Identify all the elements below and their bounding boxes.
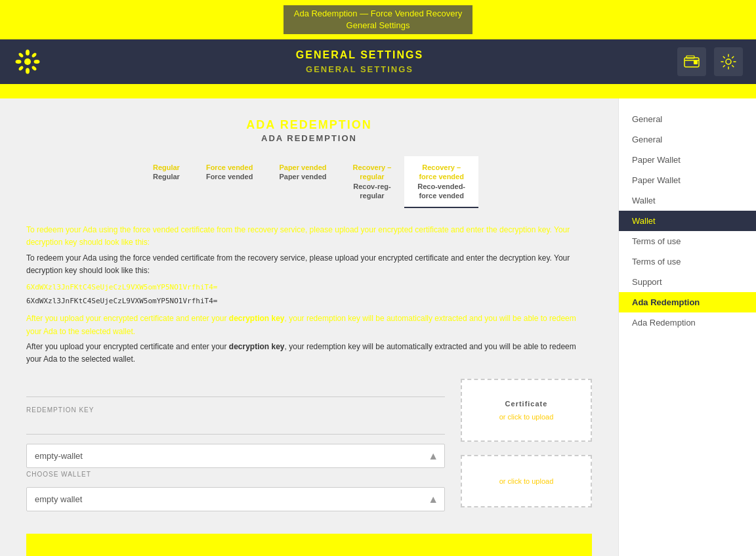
content-area: ADA REDEMPTION ADA REDEMPTION Regular Re… [0, 98, 618, 556]
svg-point-2 [16, 60, 22, 64]
key-example-dark: 6XdWXzl3JnFKtC4SeUjeCzL9VXW5omYP5NO1Vrfh… [26, 297, 217, 305]
wallet-icon-button[interactable] [677, 47, 706, 76]
tab-regular-label-yellow: Regular [153, 163, 180, 172]
passphrase-input[interactable] [26, 379, 445, 397]
svg-point-6 [31, 52, 37, 58]
svg-point-4 [18, 52, 24, 58]
sidebar-item-support[interactable]: Support [619, 272, 756, 292]
sidebar-item-terms2[interactable]: Terms of use [619, 251, 756, 272]
click-to-upload-1[interactable]: or click to upload [499, 413, 554, 421]
page-title-dark: ADA REDEMPTION [26, 133, 592, 143]
key-example-yellow: 6XdWXzl3JnFKtC4SeUjeCzL9VXW5omYP5NO1Vrfh… [26, 283, 217, 291]
form-right: Certificate or click to upload or click … [461, 379, 592, 507]
tab-recovery-regular-label-yellow: Recovery –regular [353, 163, 392, 182]
header-title-top: GENERAL SETTINGS [296, 47, 423, 63]
top-banner: Ada Redemption — Force Vended Recovery G… [0, 0, 756, 39]
click-to-upload-2[interactable]: or click to upload [499, 477, 554, 485]
tab-recovery-force-vended[interactable]: Recovery –force vended Reco-vended-force… [404, 156, 478, 208]
sidebar-item-wallet2[interactable]: Wallet [619, 211, 756, 231]
wallet-icon [683, 53, 700, 70]
svg-point-0 [26, 50, 30, 56]
tab-recovery-regular-label-dark: Recov-reg-regular [353, 182, 390, 201]
sidebar-item-terms1[interactable]: Terms of use [619, 231, 756, 251]
tabs-row: Regular Regular Force vended Force vende… [26, 156, 592, 208]
desc-dark-layer: To redeem your Ada using the force vende… [26, 252, 592, 277]
settings-icon-button[interactable] [714, 47, 743, 76]
settings-icon [720, 53, 737, 70]
description-block: To redeem your Ada using the force vende… [26, 224, 592, 366]
wallet-select-group-1: empty-wallet empty wallet ▲ CHOOSE WALLE… [26, 444, 445, 478]
top-banner-text: Ada Redemption — Force Vended Recovery G… [284, 5, 473, 34]
svg-point-5 [31, 65, 37, 71]
tab-paper-vended-label-dark: Paper vended [279, 172, 326, 181]
sub-banner [0, 84, 756, 98]
form-upload-row: REDEMPTION KEY empty-wallet empty wallet… [26, 379, 592, 521]
form-left: REDEMPTION KEY empty-wallet empty wallet… [26, 379, 445, 521]
tab-regular[interactable]: Regular Regular [140, 156, 193, 208]
tab-force-vended[interactable]: Force vended Force vended [193, 156, 266, 208]
tab-paper-vended-label-yellow: Paper vended [279, 163, 326, 172]
redemption-key-field-group: REDEMPTION KEY [26, 406, 445, 435]
header-title-bottom: GENERAL SETTINGS [306, 63, 413, 76]
tab-regular-label-dark: Regular [153, 172, 180, 181]
sidebar: General General Paper Wallet Paper Walle… [618, 98, 756, 556]
header-logo [13, 47, 42, 76]
sidebar-item-wallet1[interactable]: Wallet [619, 190, 756, 211]
page-title-yellow: ADA REDEMPTION [26, 118, 592, 132]
redemption-key-input[interactable] [26, 416, 445, 435]
button-row [26, 534, 592, 556]
header: GENERAL SETTINGS GENERAL SETTINGS [0, 39, 756, 84]
certificate-label: Certificate [505, 400, 548, 408]
redemption-key-label: REDEMPTION KEY [26, 406, 445, 414]
tab-force-vended-label-dark: Force vended [206, 172, 253, 181]
wallet-select-1[interactable]: empty-wallet empty wallet [26, 444, 445, 468]
main-layout: ADA REDEMPTION ADA REDEMPTION Regular Re… [0, 98, 756, 556]
desc-yellow-layer: To redeem your Ada using the force vende… [26, 225, 570, 247]
tab-recovery-force-vended-label-dark: Reco-vended-force vended [417, 182, 465, 201]
sidebar-item-ada-redemption2[interactable]: Ada Redemption [619, 312, 756, 333]
choose-wallet-label-1: CHOOSE WALLET [26, 471, 445, 478]
page-title-block: ADA REDEMPTION ADA REDEMPTION [26, 118, 592, 143]
svg-rect-10 [694, 60, 698, 64]
svg-point-13 [726, 59, 731, 64]
wallet-select-wrapper-1: empty-wallet empty wallet ▲ [26, 444, 445, 468]
sidebar-item-general2[interactable]: General [619, 129, 756, 150]
desc2-dark: After you upload your encrypted certific… [26, 341, 592, 366]
tab-paper-vended[interactable]: Paper vended Paper vended [266, 156, 339, 208]
desc2-yellow: After you upload your encrypted certific… [26, 312, 592, 337]
sidebar-item-general1[interactable]: General [619, 109, 756, 129]
sidebar-item-ada-redemption1[interactable]: Ada Redemption [619, 292, 756, 312]
svg-point-3 [34, 60, 40, 64]
wallet-select-2[interactable]: empty wallet empty-wallet [26, 487, 445, 511]
svg-rect-12 [686, 56, 694, 58]
continue-button[interactable] [26, 534, 592, 556]
sidebar-item-paper-wallet1[interactable]: Paper Wallet [619, 150, 756, 170]
upload-box-2[interactable]: or click to upload [461, 455, 592, 507]
passphrase-field-group [26, 379, 445, 397]
tab-recovery-force-vended-label-yellow: Recovery –force vended [419, 163, 463, 182]
logo-icon [13, 47, 42, 76]
upload-box-1[interactable]: Certificate or click to upload [461, 379, 592, 442]
svg-point-7 [18, 65, 24, 71]
wallet-select-wrapper-2: empty wallet empty-wallet ▲ [26, 487, 445, 511]
svg-point-8 [24, 58, 31, 65]
sidebar-item-paper-wallet2[interactable]: Paper Wallet [619, 170, 756, 190]
wallet-select-group-2: empty wallet empty-wallet ▲ [26, 487, 445, 511]
tab-recovery-regular[interactable]: Recovery –regular Recov-reg-regular [340, 156, 405, 208]
tab-force-vended-label-yellow: Force vended [206, 163, 253, 172]
svg-point-1 [26, 68, 30, 74]
header-icons [677, 47, 743, 76]
header-title: GENERAL SETTINGS GENERAL SETTINGS [42, 47, 677, 76]
